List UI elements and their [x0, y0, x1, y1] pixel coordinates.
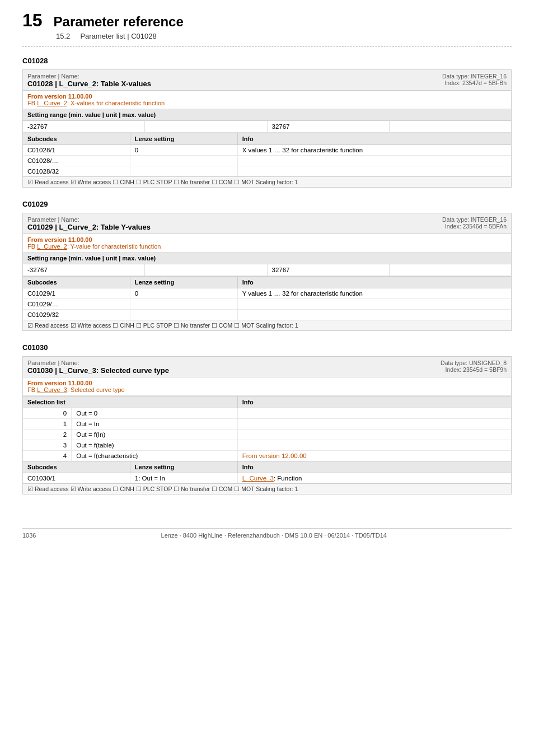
footer-center: Lenze · 8400 HighLine · Referenzhandbuch…	[161, 532, 387, 539]
subcodes-section-c01029: Subcodes Lenze setting Info C01029/1 0 Y…	[23, 276, 511, 320]
table-row: C01030/1 1: Out = In L_Curve_3: Function	[23, 473, 511, 483]
table-row: C01028/32	[23, 166, 511, 176]
param-header-c01030: Parameter | Name: C01030 | L_Curve_3: Se…	[23, 357, 511, 377]
selection-list-section: Selection list Info 0 Out = 0 1 Out = In…	[23, 396, 511, 461]
table-row: C01028/…	[23, 156, 511, 166]
list-item: 2 Out = f(In)	[23, 430, 511, 440]
list-item: 0 Out = 0	[23, 408, 511, 419]
param-label: Parameter | Name:	[27, 360, 169, 366]
table-row: C01029/…	[23, 299, 511, 310]
param-name: C01029 | L_Curve_2: Table Y-values	[27, 223, 151, 231]
page-title: Parameter reference	[54, 14, 184, 30]
param-header-c01028: Parameter | Name: C01028 | L_Curve_2: Ta…	[23, 70, 511, 91]
footer-row-c01030: ☑ Read access ☑ Write access ☐ CINH ☐ PL…	[23, 483, 511, 494]
index: Index: 23546d = 5BFAh	[442, 223, 507, 230]
page-header: 15 Parameter reference	[22, 11, 512, 30]
footer-row-c01029: ☑ Read access ☑ Write access ☐ CINH ☐ PL…	[23, 320, 511, 330]
subcodes-section-c01028: Subcodes Lenze setting Info C01028/1 0 X…	[23, 133, 511, 176]
list-item: 1 Out = In	[23, 419, 511, 430]
param-block-c01028: Parameter | Name: C01028 | L_Curve_2: Ta…	[22, 69, 512, 188]
from-version-c01028: From version 11.00.00 FB L_Curve_2: X-va…	[23, 91, 511, 109]
table-row: C01029/1 0 Y values 1 … 32 for character…	[23, 288, 511, 299]
list-item: 4 Out = f(characteristic) From version 1…	[23, 451, 511, 461]
subtitle: 15.2 Parameter list | C01028	[56, 32, 512, 40]
page-footer: 1036 Lenze · 8400 HighLine · Referenzhan…	[22, 528, 512, 539]
section-label-c01029: C01029	[22, 200, 512, 208]
table-row: C01029/32	[23, 310, 511, 320]
table-row: C01028/1 0 X values 1 … 32 for character…	[23, 145, 511, 156]
divider	[22, 46, 512, 46]
index: Index: 23547d = 5BFBh	[442, 80, 507, 86]
list-item: 3 Out = f(table)	[23, 440, 511, 451]
data-type: Data type: UNSIGNED_8	[441, 360, 507, 366]
from-version-c01029: From version 11.00.00 FB L_Curve_2: Y-va…	[23, 234, 511, 253]
param-name: C01028 | L_Curve_2: Table X-values	[27, 80, 151, 88]
page-number: 15	[22, 11, 43, 29]
index: Index: 23545d = 5BF9h	[441, 366, 507, 373]
data-type: Data type: INTEGER_16	[442, 73, 507, 80]
param-header-c01029: Parameter | Name: C01029 | L_Curve_2: Ta…	[23, 213, 511, 234]
param-name: C01030 | L_Curve_3: Selected curve type	[27, 366, 169, 375]
section-label-c01030: C01030	[22, 343, 512, 352]
setting-range-row: -32767 32767	[23, 264, 511, 276]
param-label: Parameter | Name:	[27, 216, 151, 223]
page-number-footer: 1036	[22, 532, 36, 539]
param-block-c01029: Parameter | Name: C01029 | L_Curve_2: Ta…	[22, 213, 512, 331]
subcodes-section-c01030: Subcodes Lenze setting Info C01030/1 1: …	[23, 461, 511, 483]
setting-range-header: Setting range (min. value | unit | max. …	[23, 253, 511, 264]
param-block-c01030: Parameter | Name: C01030 | L_Curve_3: Se…	[22, 356, 512, 494]
setting-range-header: Setting range (min. value | unit | max. …	[23, 109, 511, 121]
data-type: Data type: INTEGER_16	[442, 216, 507, 223]
setting-range-row: -32767 32767	[23, 121, 511, 133]
param-label: Parameter | Name:	[27, 73, 151, 80]
section-label-c01028: C01028	[22, 57, 512, 65]
footer-row-c01028: ☑ Read access ☑ Write access ☐ CINH ☐ PL…	[23, 176, 511, 187]
from-version-c01030: From version 11.00.00 FB L_Curve_3: Sele…	[23, 377, 511, 396]
